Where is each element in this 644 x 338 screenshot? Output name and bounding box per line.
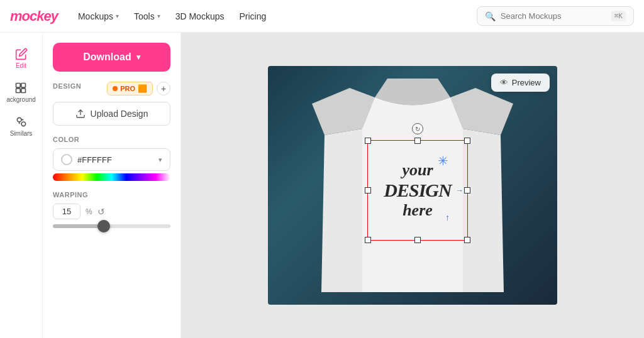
pro-dot [113,86,118,91]
arrow-up-icon: ↑ [445,212,450,222]
background-icon [14,82,27,94]
slider-fill [53,224,100,228]
similars-label: Similars [10,130,33,137]
nav-mockups[interactable]: Mockups ▾ [78,11,119,21]
design-label: DESIGN [53,82,81,90]
left-panel: Download ▾ DESIGN PRO 🟧 + [43,33,181,338]
handle-bottom-mid[interactable] [414,237,421,243]
design-section: DESIGN PRO 🟧 + Upload Design [53,82,170,126]
canvas-area: ↻ ✳ ↑ → your DESIGN [181,33,644,338]
svg-rect-0 [16,84,21,88]
svg-rect-3 [21,89,26,93]
warping-reset-icon[interactable]: ↺ [97,207,105,217]
warping-row: % ↺ [53,204,170,219]
upload-icon [75,109,86,119]
handle-mid-left[interactable] [365,187,371,194]
svg-point-5 [21,122,26,126]
color-label: COLOR [53,136,170,143]
search-input[interactable] [501,11,606,21]
design-row: DESIGN PRO 🟧 + [53,82,170,95]
handle-top-mid[interactable] [414,138,421,144]
color-gradient-bar[interactable] [53,173,170,181]
background-label: ackground [6,96,36,103]
brand-logo[interactable]: mockey [10,8,58,25]
handle-top-right[interactable] [464,138,470,144]
svg-point-4 [17,117,21,122]
preview-button[interactable]: 👁 Preview [491,74,550,92]
svg-rect-1 [21,84,26,88]
eye-icon: 👁 [500,78,508,87]
color-picker[interactable]: #FFFFFF ▾ [53,148,170,171]
color-section: COLOR #FFFFFF ▾ [53,136,170,181]
kbd-shortcut: ⌘K [611,11,626,21]
main-layout: Edit ackground Similars Download ▾ [0,33,644,338]
sidebar-item-background[interactable]: ackground [0,77,42,108]
mockups-chevron-icon: ▾ [116,13,119,19]
warping-section: WARPING % ↺ [53,191,170,228]
mockup-container: ↻ ✳ ↑ → your DESIGN [268,66,557,305]
handle-top-left[interactable] [365,138,371,144]
pro-badge: PRO 🟧 [107,82,153,95]
sidebar-item-similars[interactable]: Similars [4,111,39,142]
warping-unit: % [86,207,92,216]
nav-pricing[interactable]: Pricing [239,11,266,21]
color-chevron-icon: ▾ [158,156,162,164]
download-chevron-icon: ▾ [136,53,140,62]
search-bar[interactable]: 🔍 ⌘K [477,6,634,26]
navbar: mockey Mockups ▾ Tools ▾ 3D Mockups Pric… [0,0,644,33]
nav-tools[interactable]: Tools ▾ [134,11,160,21]
handle-mid-right[interactable] [464,187,470,194]
similars-icon [15,116,28,128]
edit-icon [15,48,28,60]
nav-3d-mockups[interactable]: 3D Mockups [175,11,225,21]
design-text: your DESIGN here [368,141,467,240]
warping-input[interactable] [53,204,80,219]
upload-design-button[interactable]: Upload Design [53,102,170,126]
tools-chevron-icon: ▾ [157,13,160,19]
svg-rect-2 [16,89,21,93]
arrow-right-icon: → [456,186,464,195]
slider-thumb[interactable] [97,220,110,232]
design-selection-box[interactable]: ↻ ✳ ↑ → your DESIGN [367,140,468,241]
search-icon: 🔍 [485,11,496,21]
warping-label: WARPING [53,191,170,199]
mockup-background: ↻ ✳ ↑ → your DESIGN [268,66,557,305]
sidebar-item-edit[interactable]: Edit [9,43,34,74]
rotate-handle[interactable]: ↻ [412,123,423,134]
color-hex-value: #FFFFFF [77,155,153,165]
sparkle-icon: ✳ [438,153,448,168]
color-swatch [61,154,72,165]
handle-bottom-left[interactable] [365,237,371,243]
edit-label: Edit [16,62,26,69]
warping-slider[interactable] [53,224,170,228]
icon-panel: Edit ackground Similars [0,33,43,338]
handle-bottom-right[interactable] [464,237,470,243]
download-button[interactable]: Download ▾ [53,43,170,72]
add-design-button[interactable]: + [157,82,170,95]
